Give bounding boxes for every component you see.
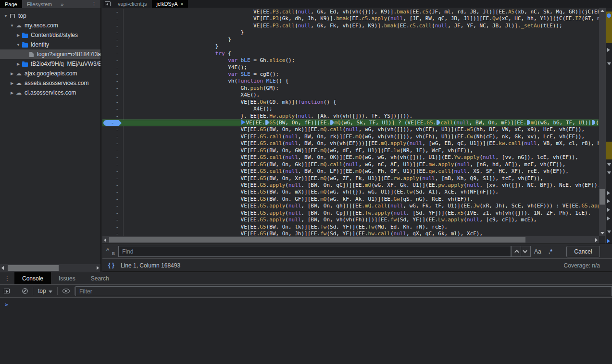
- gutter-fold-marker[interactable]: -: [102, 92, 124, 98]
- code-line-text[interactable]: }: [124, 36, 599, 43]
- gutter-fold-marker[interactable]: -: [102, 147, 124, 154]
- code-line[interactable]: -VE[EE.G5(BW, On, tk)][EE.fw(Sd, YF)](EE…: [102, 224, 599, 231]
- frame-context-selector[interactable]: top: [38, 288, 52, 294]
- gutter-fold-marker[interactable]: -: [102, 29, 124, 36]
- code-line-text[interactable]: VE[EE.P3.call(null, Gk, Ed, vh(vh({})), …: [124, 9, 599, 15]
- navigator-more-menu-icon[interactable]: ⋮: [89, 0, 99, 8]
- code-line-text[interactable]: VE[EE.G5.apply(null, [BW, On, qC])][EE.m…: [124, 182, 599, 189]
- code-line[interactable]: -Gh.push(GM);: [102, 85, 599, 92]
- find-previous-button[interactable]: [511, 246, 521, 257]
- twisty-icon[interactable]: ▶: [9, 91, 15, 95]
- code-line[interactable]: -VE[EE.G5.call(null, BW, On, LF)][EE.mQ(…: [102, 168, 599, 175]
- twisty-icon[interactable]: ▼: [15, 43, 21, 47]
- navigator-toggle-button[interactable]: [102, 0, 113, 8]
- code-line[interactable]: -VE[EE.Ow(G9, mk)](function() {: [102, 99, 599, 106]
- code-line[interactable]: -VE[EE.G5.apply(null, [BW, On, Cp])][EE.…: [102, 210, 599, 217]
- cancel-button[interactable]: Cancel: [566, 246, 600, 257]
- code-line[interactable]: -VE[EE.G5(BW, On, Jh)][EE.fw(Sd, YF)](EE…: [102, 231, 599, 236]
- code-line[interactable]: -}, EE[EE.Hw.apply(null, [Ak, vh(vh([]))…: [102, 113, 599, 120]
- editor-tab-vapi-client.js[interactable]: vapi-client.js: [113, 0, 152, 8]
- tree-item-ajax-googleapis-com[interactable]: ▶☁ajax.googleapis.com: [0, 69, 100, 78]
- code-line-text[interactable]: VE[EE.G5.apply(null, [BW, On, vh(vh(Fh))…: [124, 217, 599, 223]
- code-line-text[interactable]: VE[EE.P3.call(null, Gk, Fk, vh(EF), K9)]…: [124, 23, 599, 29]
- gutter-fold-marker[interactable]: -: [102, 126, 124, 133]
- tree-item-identity[interactable]: ▼identity: [0, 40, 100, 49]
- close-tab-icon[interactable]: ×: [181, 1, 184, 7]
- gutter-fold-marker[interactable]: -: [102, 133, 124, 140]
- regex-button[interactable]: .*: [549, 248, 552, 255]
- gutter-fold-marker[interactable]: -: [102, 231, 124, 236]
- code-line[interactable]: -VE[EE.G5.call(null, BW, On, rk)][EE.mQ(…: [102, 133, 599, 140]
- execution-line[interactable]: --VE[EE.G5(BW, On, fF)][EE.mQ(wG, Sk, TF…: [102, 120, 599, 126]
- gutter-fold-marker[interactable]: -: [102, 57, 124, 64]
- gutter-fold-marker[interactable]: -: [102, 203, 124, 209]
- code-line-text[interactable]: VE[EE.G5(BW, On, GF)][EE.mQ(wG, kF, Ak, …: [124, 196, 599, 203]
- editor-horizontal-scrollbar[interactable]: [102, 236, 599, 243]
- inline-breakpoint-chip-icon[interactable]: [437, 120, 440, 125]
- gutter-fold-marker[interactable]: -: [102, 85, 124, 92]
- code-line-text[interactable]: }, EE[EE.Hw.apply(null, [Ak, vh(vh([])),…: [124, 113, 599, 120]
- pretty-print-icon[interactable]: { }: [108, 262, 114, 268]
- code-line-text[interactable]: VE[EE.G5.call(null, BW, On, OK)][EE.mQ(w…: [124, 154, 599, 161]
- code-line-text[interactable]: VE[EE.G5(BW, On, nk)][EE.mQ.call(null, w…: [124, 126, 599, 133]
- tree-item-top[interactable]: ▼top: [0, 11, 100, 21]
- code-line-text[interactable]: Gh.push(GM);: [124, 85, 599, 92]
- code-line-text[interactable]: VE[EE.G5(BW, On, GW)][EE.mQ(wG, dF, fF, …: [124, 147, 599, 154]
- section-marker-icon[interactable]: [607, 217, 610, 220]
- code-line-text[interactable]: VE[EE.G5.call(null, BW, On, vh(vh(EF)))]…: [124, 140, 599, 147]
- gutter-fold-marker[interactable]: -: [102, 175, 124, 182]
- code-line-text[interactable]: VE[EE.G5(BW, On, tk)][EE.fw(Sd, YF)](EE.…: [124, 224, 599, 231]
- code-line[interactable]: -VE[EE.G5.call(null, BW, On, vh(vh(EF)))…: [102, 140, 599, 147]
- code-line[interactable]: -VE[EE.G5(BW, On, GW)][EE.mQ(wG, dF, fF,…: [102, 147, 599, 154]
- editor-vertical-scrollbar[interactable]: [599, 8, 605, 236]
- section-marker-icon[interactable]: [607, 239, 610, 243]
- code-line[interactable]: -VE[EE.G5(BW, On, GF)][EE.mQ(wG, kF, Ak,…: [102, 196, 599, 203]
- gutter-fold-marker[interactable]: -: [102, 15, 124, 22]
- code-line-text[interactable]: X4E(),: [124, 92, 599, 98]
- code-line-text[interactable]: VE[EE.G5(BW, On, Gk)][EE.mQ.call(null, w…: [124, 161, 599, 168]
- code-line[interactable]: -var bLE = Gh.slice();: [102, 57, 599, 64]
- editor-tab-jclkdsya[interactable]: jclkDSyA×: [152, 0, 188, 8]
- section-marker-icon[interactable]: [607, 208, 610, 212]
- code-line-text[interactable]: try {: [124, 50, 599, 57]
- drawer-menu-icon[interactable]: ⋮: [0, 272, 14, 284]
- code-line[interactable]: -VE[EE.P3(Gk, dh, Jh, K9)].bmak[EE.c5.ap…: [102, 15, 599, 22]
- code-line[interactable]: -VE[EE.G5(BW, On, Gk)][EE.mQ.call(null, …: [102, 161, 599, 168]
- gutter-fold-marker[interactable]: -: [102, 50, 124, 57]
- inline-breakpoint-chip-icon[interactable]: [527, 120, 530, 125]
- sidebar-horizontal-scrollbar[interactable]: [0, 264, 100, 272]
- inline-breakpoint-chip-icon[interactable]: [592, 120, 595, 125]
- console-prompt-chevron[interactable]: >: [0, 298, 612, 308]
- gutter-fold-marker[interactable]: -: [102, 23, 124, 29]
- section-marker-icon[interactable]: [607, 171, 611, 174]
- twisty-icon[interactable]: ▶: [9, 81, 15, 85]
- gutter-fold-marker[interactable]: -: [102, 140, 124, 147]
- code-line[interactable]: -}: [102, 29, 599, 36]
- match-case-button[interactable]: Aa: [534, 248, 541, 255]
- debugger-sidebar-collapsed[interactable]: [605, 8, 612, 243]
- scrollbar-thumb[interactable]: [8, 265, 59, 271]
- drawer-tab-console[interactable]: Console: [14, 272, 51, 284]
- code-line-text[interactable]: X4E();: [124, 106, 599, 112]
- drawer-tab-issues[interactable]: Issues: [51, 272, 83, 284]
- tree-item-content-dist-styles[interactable]: ▶Content/dist/styles: [0, 30, 100, 40]
- resume-script-icon[interactable]: [607, 13, 611, 18]
- replace-toggle-icon[interactable]: AB: [106, 247, 115, 256]
- find-input[interactable]: [118, 246, 511, 257]
- code-line[interactable]: -try {: [102, 50, 599, 57]
- scroll-down-icon[interactable]: [600, 232, 604, 234]
- gutter-fold-marker[interactable]: -: [102, 36, 124, 43]
- code-line-text[interactable]: VE[EE.G5.call(null, BW, On, rk)][EE.mQ(w…: [124, 133, 599, 140]
- gutter-fold-marker[interactable]: -: [102, 189, 124, 195]
- gutter-fold-marker[interactable]: -: [102, 113, 124, 120]
- code-line-text[interactable]: VE[EE.G5(BW, On, Jh)][EE.fw(Sd, YF)](EE.…: [124, 231, 599, 236]
- section-marker-icon[interactable]: [607, 231, 611, 233]
- code-line[interactable]: -VE[EE.G5(BW, On, nk)][EE.mQ.call(null, …: [102, 126, 599, 133]
- gutter-fold-marker[interactable]: -: [102, 168, 124, 175]
- navigator-tab-filesystem[interactable]: Filesystem: [22, 0, 57, 8]
- code-line-text[interactable]: var bLE = Gh.slice();: [124, 57, 599, 64]
- code-line[interactable]: -VE[EE.P3.call(null, Gk, Ed, vh(vh({})),…: [102, 9, 599, 15]
- twisty-icon[interactable]: ▶: [15, 62, 21, 66]
- section-marker-icon[interactable]: [607, 48, 610, 52]
- code-line[interactable]: -X4E(),: [102, 92, 599, 98]
